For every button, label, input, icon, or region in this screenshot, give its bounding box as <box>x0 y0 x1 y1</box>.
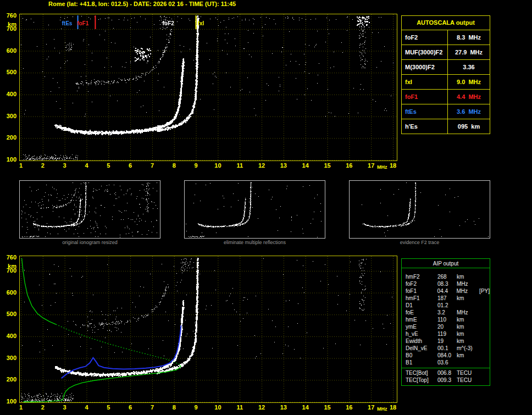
x-tick-11: 11 <box>234 404 246 411</box>
y-tick-500: 500 <box>0 311 16 317</box>
x-tick-4: 4 <box>80 404 92 411</box>
top-y-axis: 760700600500400300200100 <box>0 14 17 161</box>
thumbnail-f2-trace-canvas <box>349 180 490 239</box>
aip-a-val: 03.6 <box>437 359 457 366</box>
aip-a-name: TEC[Bot] <box>406 369 437 377</box>
x-tick-3: 3 <box>59 162 71 169</box>
aip-a-note <box>479 324 480 330</box>
aip-a-note <box>479 295 480 301</box>
thumbnail-original-caption: original ionogram resized <box>19 240 160 245</box>
aip-row-foE: foE3.2MHz <box>402 309 490 316</box>
autoscala-row-value: 3.6 MHz <box>448 104 490 119</box>
marker-label-foF2: foF2 <box>163 20 174 26</box>
aip-a-unit: TECU <box>457 369 479 377</box>
aip-table-rows: hmF2268kmfoF208.3MHzfoF104.4MHz[PY]hmF11… <box>402 268 490 368</box>
aip-a-note: [PY] <box>478 288 490 294</box>
aip-a-val: 04.4 <box>437 288 457 294</box>
y-tick-300: 300 <box>0 113 16 119</box>
x-tick-3: 3 <box>59 404 71 411</box>
autoscala-row-value: 4.4 MHz <box>448 90 490 104</box>
autoscala-window: { "title": "Rome (lat: +41.8, lon: 012.5… <box>0 0 532 415</box>
aip-a-name: h_vE <box>406 331 437 337</box>
aip-a-val: 006.8 <box>437 369 457 377</box>
x-tick-18: 18 <box>387 404 399 411</box>
autoscala-table-title: AUTOSCALA output <box>402 16 490 30</box>
x-tick-6: 6 <box>124 162 136 169</box>
y-tick-500: 500 <box>0 69 16 75</box>
autoscala-table-rows: foF28.3 MHzMUF(3000)F227.9 MHzM(3000)F23… <box>402 30 490 134</box>
aip-a-val: 268 <box>437 274 457 280</box>
y-tick-200: 200 <box>0 376 16 383</box>
aip-row-TEC[Bot]: TEC[Bot]006.8TECU <box>402 369 490 377</box>
aip-a-note <box>479 352 480 358</box>
autoscala-row-foF2: foF28.3 MHz <box>402 30 490 45</box>
aip-a-note <box>479 274 480 280</box>
autoscala-row-M(3000)F2: M(3000)F23.36 <box>402 60 490 75</box>
aip-a-note <box>479 345 480 351</box>
aip-a-val: 20 <box>437 324 457 330</box>
aip-a-name: B1 <box>406 359 437 366</box>
aip-a-val: 3.2 <box>437 309 457 316</box>
x-tick-10: 10 <box>212 162 224 169</box>
aip-row-foF1: foF104.4MHz[PY] <box>402 288 490 294</box>
x-tick-2: 2 <box>37 162 49 169</box>
aip-a-name: DelN_vE <box>406 345 437 351</box>
y-tick-400: 400 <box>0 91 16 97</box>
aip-a-note <box>479 338 480 344</box>
x-tick-13: 13 <box>278 162 290 169</box>
autoscala-row-value: 9.0 MHz <box>448 75 490 89</box>
autoscala-row-label: fxI <box>402 75 448 89</box>
bottom-x-axis-unit: MHz <box>377 406 387 412</box>
autoscala-row-fxI: fxI9.0 MHz <box>402 75 490 90</box>
y-tick-600: 600 <box>0 47 16 54</box>
x-tick-14: 14 <box>300 162 312 169</box>
aip-table-title: AIP output <box>402 259 490 268</box>
aip-a-unit: MHz <box>456 288 478 294</box>
x-tick-11: 11 <box>234 162 246 169</box>
aip-a-unit: km <box>457 331 479 337</box>
aip-row-h_vE: h_vE119km <box>402 331 490 337</box>
aip-a-val: 187 <box>437 295 457 301</box>
autoscala-row-MUF(3000)F2: MUF(3000)F227.9 MHz <box>402 45 490 60</box>
thumbnail-cleaned-caption: eliminate multiple reflections <box>184 240 325 245</box>
aip-a-val: 084.0 <box>437 352 457 358</box>
y-tick-600: 600 <box>0 289 16 296</box>
x-tick-15: 15 <box>322 404 334 411</box>
aip-row-DelN_vE: DelN_vE00.1m^(-3) <box>402 345 490 351</box>
autoscala-row-label: h'Es <box>402 119 448 134</box>
thumbnail-cleaned-canvas <box>184 180 325 239</box>
x-tick-15: 15 <box>322 162 334 169</box>
aip-a-unit <box>457 359 479 366</box>
aip-a-note <box>479 377 480 384</box>
top-y-axis-unit: km <box>0 21 16 27</box>
aip-a-unit: km <box>457 295 479 301</box>
aip-row-TEC[Top]: TEC[Top]009.3TECU <box>402 377 490 384</box>
aip-tec-rows: TEC[Bot]006.8TECUTEC[Top]009.3TECU <box>402 368 490 385</box>
aip-a-name: D1 <box>406 302 437 308</box>
x-tick-13: 13 <box>278 404 290 411</box>
aip-a-val: 110 <box>437 317 457 323</box>
aip-a-unit: km <box>457 338 479 344</box>
bottom-ionogram-canvas <box>19 256 397 403</box>
station-title: Rome (lat: +41.8, lon: 012.5) - DATE: 20… <box>48 1 236 7</box>
x-tick-9: 9 <box>190 404 202 411</box>
marker-label-ftEs: ftEs <box>62 20 73 26</box>
x-tick-12: 12 <box>256 162 268 169</box>
aip-a-unit: km <box>457 324 479 330</box>
x-tick-12: 12 <box>256 404 268 411</box>
aip-a-name: hmF1 <box>406 295 437 301</box>
aip-a-note <box>479 281 480 287</box>
x-tick-8: 8 <box>168 404 180 411</box>
top-ionogram-plot: 760700600500400300200100 km 123456789101… <box>19 14 397 161</box>
aip-a-note <box>479 331 480 337</box>
autoscala-row-value: 27.9 MHz <box>448 45 490 59</box>
x-tick-17: 17 <box>365 404 377 411</box>
aip-a-name: hmF2 <box>406 274 437 280</box>
aip-a-name: ymE <box>406 324 437 330</box>
autoscala-row-label: ftEs <box>402 104 448 119</box>
aip-a-val: 119 <box>437 331 457 337</box>
bottom-ionogram-plot: 760700600500400300200100 km 123456789101… <box>19 256 397 403</box>
aip-row-hmF2: hmF2268km <box>402 274 490 280</box>
top-marker-labels: ftEsfoF1foF2fxI <box>19 14 397 30</box>
x-tick-5: 5 <box>102 404 114 411</box>
